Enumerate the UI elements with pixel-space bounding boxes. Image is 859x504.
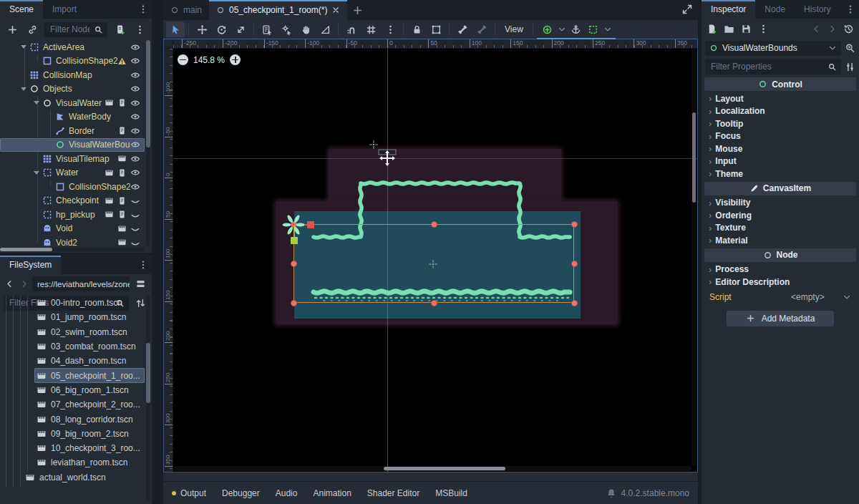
history-forward-icon[interactable] — [828, 24, 837, 34]
property-group-layout[interactable]: ›Layout — [704, 92, 856, 105]
clapper-icon[interactable] — [105, 168, 114, 178]
property-group-focus[interactable]: ›Focus — [704, 130, 856, 143]
save-resource-icon[interactable] — [741, 24, 752, 34]
scene-tab-current[interactable]: 05_checkpoint_1_room(*) — [209, 0, 347, 20]
scene-dock-menu[interactable] — [138, 0, 152, 19]
distraction-free-button[interactable] — [681, 4, 693, 15]
tree-node-hp_pickup[interactable]: hp_pickup — [0, 208, 145, 222]
file-row[interactable]: 10_checkpoint_3_roo... — [0, 441, 152, 455]
file-row[interactable]: actual_world.tscn — [0, 470, 152, 485]
file-row[interactable]: 02_swim_room.tscn — [0, 325, 152, 339]
bottom-panel-output[interactable]: Output — [172, 488, 214, 498]
zoom-in-button[interactable] — [230, 54, 241, 65]
property-group-process[interactable]: ›Process — [704, 263, 856, 276]
tree-node-visualwater[interactable]: VisualWater — [0, 96, 145, 110]
script-icon[interactable] — [117, 168, 127, 178]
script-icon[interactable] — [117, 126, 127, 135]
tab-scene[interactable]: Scene — [0, 0, 43, 19]
open-docs-icon[interactable] — [845, 43, 855, 54]
anchor-preset-button[interactable] — [539, 21, 556, 37]
tree-node-border[interactable]: Border — [0, 124, 145, 138]
tree-node-waterbody[interactable]: WaterBody — [0, 110, 145, 125]
inspector-dock-menu[interactable] — [845, 0, 859, 19]
scene-tree-hscrollbar[interactable] — [0, 248, 145, 251]
bottom-panel-msbuild[interactable]: MSBuild — [427, 488, 475, 498]
filesystem-dock-menu[interactable] — [138, 256, 152, 274]
filter-properties-input[interactable] — [709, 61, 825, 72]
history-back-icon[interactable] — [812, 24, 821, 34]
visibility-icon[interactable] — [130, 56, 140, 66]
visibility-hidden-icon[interactable] — [130, 238, 140, 247]
visibility-icon[interactable] — [130, 182, 140, 192]
property-group-mouse[interactable]: ›Mouse — [704, 142, 856, 155]
select-tool[interactable] — [166, 21, 185, 37]
tab-inspector[interactable]: Inspector — [702, 0, 755, 19]
visibility-hidden-icon[interactable] — [130, 210, 140, 220]
scroll-thumb[interactable] — [692, 112, 696, 203]
file-row[interactable]: 08_long_corridor.tscn — [0, 412, 152, 426]
property-tools-icon[interactable] — [845, 62, 855, 72]
resize-handle[interactable] — [571, 221, 578, 228]
bottom-panel-audio[interactable]: Audio — [268, 488, 306, 498]
tree-node-collisionshape2d[interactable]: CollisionShape2D — [0, 180, 145, 194]
tab-filesystem[interactable]: FileSystem — [0, 256, 61, 274]
tab-import[interactable]: Import — [43, 0, 86, 19]
resize-handle[interactable] — [291, 300, 297, 306]
tree-node-void2[interactable]: Void2 — [0, 236, 145, 247]
property-group-tooltip[interactable]: ›Tooltip — [704, 117, 856, 130]
pivot-tool[interactable] — [277, 21, 296, 37]
resource-menu-icon[interactable] — [758, 24, 769, 34]
scene-tree-vscrollbar[interactable] — [146, 40, 150, 246]
add-node-button[interactable] — [4, 21, 20, 37]
resize-handle[interactable] — [291, 261, 297, 267]
history-icon[interactable] — [843, 24, 854, 34]
file-row[interactable]: leviathan_room.tscn — [0, 455, 152, 470]
clapper-icon[interactable] — [117, 238, 127, 247]
visibility-icon[interactable] — [130, 42, 140, 52]
property-group-texture[interactable]: ›Texture — [704, 222, 856, 235]
tree-node-collisionmap[interactable]: CollisionMap — [0, 68, 145, 82]
group-node-button[interactable] — [427, 21, 445, 37]
tab-history[interactable]: History — [795, 0, 840, 19]
scene-tree-menu-button[interactable] — [132, 21, 147, 37]
visibility-icon[interactable] — [130, 98, 140, 108]
clapper-icon[interactable] — [105, 210, 114, 219]
container-sizing-button[interactable] — [585, 21, 602, 37]
snap-options-menu[interactable] — [381, 21, 399, 37]
collapse-chevron[interactable] — [34, 171, 39, 175]
file-list-vscrollbar[interactable] — [146, 296, 150, 501]
view-menu-button[interactable]: View — [499, 24, 529, 34]
collapse-chevron[interactable] — [34, 101, 39, 105]
fs-forward-button[interactable] — [18, 276, 29, 292]
fs-split-mode-button[interactable] — [132, 276, 148, 292]
load-resource-icon[interactable] — [724, 24, 734, 34]
script-icon[interactable] — [117, 210, 127, 219]
property-group-editor-description[interactable]: ›Editor Description — [704, 276, 856, 289]
tree-node-water[interactable]: Water — [0, 166, 145, 180]
resize-handle[interactable] — [431, 221, 437, 228]
smart-snap-toggle[interactable] — [342, 21, 361, 37]
file-row[interactable]: 01_jump_room.tscn — [0, 310, 152, 324]
anchors-icon[interactable] — [568, 21, 585, 37]
visibility-icon[interactable] — [130, 126, 140, 136]
ruler-tool[interactable] — [316, 21, 334, 37]
script-property-row[interactable]: Script<empty> — [704, 289, 856, 306]
visibility-icon[interactable] — [130, 84, 140, 94]
instance-scene-button[interactable] — [24, 21, 40, 37]
script-icon[interactable] — [117, 196, 127, 205]
skeleton-button[interactable] — [453, 21, 472, 37]
property-group-ordering[interactable]: ›Ordering — [704, 209, 856, 222]
file-row[interactable]: 06_big_room_1.tscn — [0, 383, 152, 397]
2d-canvas[interactable] — [173, 49, 697, 472]
move-tool[interactable] — [193, 21, 211, 37]
rotate-tool[interactable] — [212, 21, 230, 37]
resize-handle[interactable] — [571, 300, 578, 306]
tree-node-objects[interactable]: Objects — [0, 82, 145, 97]
property-group-material[interactable]: ›Material — [704, 234, 856, 247]
visibility-icon[interactable] — [130, 154, 140, 164]
tree-node-void[interactable]: Void — [0, 222, 145, 236]
tree-node-activearea[interactable]: ActiveArea — [0, 40, 145, 54]
fs-back-button[interactable] — [4, 276, 15, 292]
tree-node-visualwaterbounds[interactable]: VisualWaterBounds — [0, 138, 145, 152]
property-group-localization[interactable]: ›Localization — [704, 105, 856, 118]
